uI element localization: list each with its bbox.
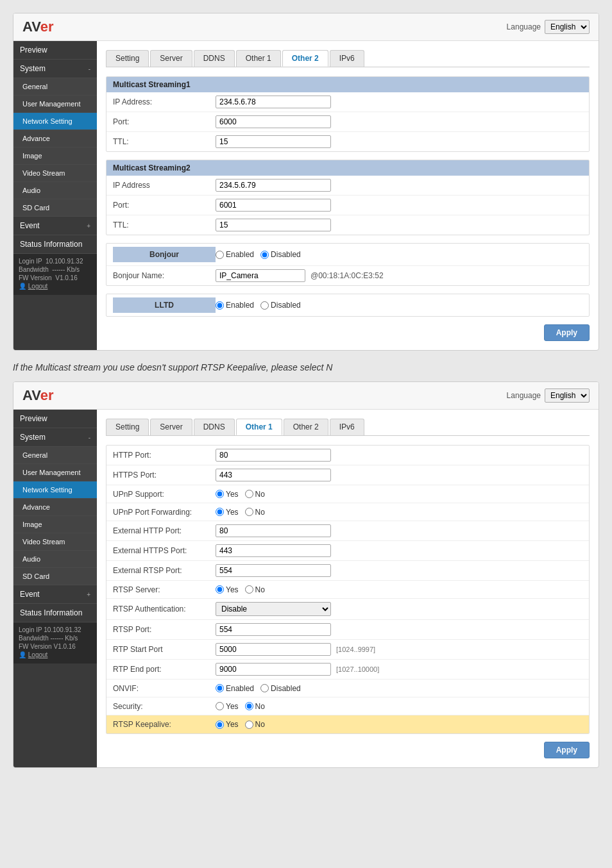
mc1-ip-row: IP Address: [106,92,589,112]
bonjour-enabled-label[interactable]: Enabled [216,250,254,259]
tabs-2: Setting Server DDNS Other 1 Other 2 IPv6 [106,419,590,436]
sidebar-item-image[interactable]: Image [13,147,97,165]
sidebar-item-audio[interactable]: Audio [13,182,97,199]
sidebar-1: Preview System - General User Management… [13,41,97,350]
sidebar-item-network-setting[interactable]: Network Setting [13,113,97,130]
rtsp-server-label: RTSP Server: [113,585,216,594]
tab2-setting[interactable]: Setting [106,419,149,435]
bandwidth-2: Bandwidth ------ Kb/s [19,635,92,642]
keepalive-yes-radio[interactable] [216,721,224,729]
sidebar-item-status-information[interactable]: Status Information [13,235,97,254]
sidebar-item-advance[interactable]: Advance [13,130,97,147]
ext-https-input[interactable] [216,544,331,557]
ext-rtsp-row: External RTSP Port: [106,561,589,581]
mc2-port-row: Port: [106,196,589,215]
rtp-start-input[interactable] [216,643,331,656]
sidebar2-item-audio[interactable]: Audio [13,551,97,568]
sidebar-item-video-stream[interactable]: Video Stream [13,165,97,182]
sidebar-item-general[interactable]: General [13,78,97,96]
sidebar2-item-event[interactable]: Event + [13,585,97,604]
rtp-start-row: RTP Start Port [1024..9997] [106,640,589,660]
mc2-ttl-label: TTL: [113,221,216,230]
mc1-ip-input[interactable] [216,96,331,108]
logout-button[interactable]: Logout [28,283,48,290]
sidebar-item-user-management[interactable]: User Management [13,96,97,113]
onvif-enabled-radio[interactable] [216,684,224,692]
tab2-other1[interactable]: Other 1 [236,419,282,435]
tab-other2[interactable]: Other 2 [282,50,328,67]
sidebar2-item-sd-card[interactable]: SD Card [13,568,97,585]
rtsp-keepalive-label: RTSP Keepalive: [113,720,216,729]
mc2-ip-input[interactable] [216,179,331,192]
ext-http-input[interactable] [216,524,331,537]
language-area: Language English [507,20,590,34]
sidebar-item-event[interactable]: Event + [13,217,97,235]
rtp-end-label: RTP End port: [113,665,216,674]
bonjour-name-input[interactable] [216,269,305,282]
tab2-ipv6[interactable]: IPv6 [330,419,364,435]
tab-ddns[interactable]: DDNS [194,50,235,67]
sidebar2-item-image[interactable]: Image [13,516,97,533]
mc2-port-input[interactable] [216,199,331,212]
multicast-1-header: Multicast Streaming1 [106,77,589,92]
rtspsvr-no-radio[interactable] [245,585,253,594]
sidebar-item-preview[interactable]: Preview [13,41,97,60]
security-no-radio[interactable] [245,702,253,710]
rtsp-port-row: RTSP Port: [106,620,589,640]
upnp-forward-label: UPnP Port Forwarding: [113,508,216,517]
tab-ipv6[interactable]: IPv6 [330,50,364,67]
security-yes-radio[interactable] [216,702,224,710]
rtspsvr-yes-radio[interactable] [216,585,224,594]
lltd-enabled-radio[interactable] [216,301,224,310]
tab2-server[interactable]: Server [150,419,192,435]
mc2-ttl-input[interactable] [216,219,331,231]
lltd-disabled-label[interactable]: Disabled [260,301,301,310]
apply-button-1[interactable]: Apply [544,324,590,341]
rtsp-auth-select[interactable]: Disable Basic Digest [216,602,331,616]
rtsp-port-input[interactable] [216,623,331,636]
logout-button-2[interactable]: Logout [28,651,48,658]
lltd-enabled-label[interactable]: Enabled [216,301,254,310]
https-port-input[interactable] [216,469,331,481]
apply-button-2[interactable]: Apply [544,742,590,758]
security-row: Security: Yes No [106,697,589,715]
sidebar2-item-advance[interactable]: Advance [13,499,97,516]
sidebar2-item-user-management[interactable]: User Management [13,464,97,481]
sidebar2-item-preview[interactable]: Preview [13,410,97,428]
bonjour-enabled-radio[interactable] [216,251,224,259]
ext-rtsp-input[interactable] [216,564,331,577]
sidebar2-item-status-info[interactable]: Status Information [13,604,97,622]
onvif-disabled-radio[interactable] [260,684,269,692]
tab-setting[interactable]: Setting [106,50,149,67]
ext-https-label: External HTTPS Port: [113,546,216,555]
upnp-no-radio[interactable] [245,490,253,498]
bonjour-mac: @00:18:1A:0C:E3:52 [310,271,384,280]
upnpfwd-yes-radio[interactable] [216,508,224,516]
language-select-2[interactable]: English [545,388,590,403]
rtp-end-input[interactable] [216,663,331,676]
sidebar-footer: Login IP 10.100.91.32 Bandwidth ------ K… [13,254,97,295]
upnp-yes-radio[interactable] [216,490,224,498]
tab-other1[interactable]: Other 1 [236,50,281,67]
mc1-port-input[interactable] [216,115,331,128]
bonjour-disabled-label[interactable]: Disabled [260,250,301,259]
sidebar2-item-system[interactable]: System - [13,428,97,447]
sidebar2-item-video-stream[interactable]: Video Stream [13,533,97,551]
http-port-input[interactable] [216,449,331,462]
upnpfwd-no-radio[interactable] [245,508,253,516]
tab2-ddns[interactable]: DDNS [194,419,235,435]
lltd-disabled-radio[interactable] [260,301,269,310]
mc1-ttl-input[interactable] [216,135,331,148]
sidebar-item-system[interactable]: System - [13,60,97,78]
keepalive-no-radio[interactable] [245,721,253,729]
bonjour-disabled-radio[interactable] [260,251,269,259]
tab2-other2[interactable]: Other 2 [284,419,328,435]
language-select[interactable]: English [545,20,590,34]
main-content-2: Setting Server DDNS Other 1 Other 2 IPv6… [97,410,599,767]
sidebar2-item-network-setting[interactable]: Network Setting [13,481,97,499]
sidebar-item-sd-card[interactable]: SD Card [13,199,97,217]
sidebar2-item-general[interactable]: General [13,447,97,464]
multicast-2-header: Multicast Streaming2 [106,160,589,176]
upnp-support-radio: Yes No [216,490,265,499]
tab-server[interactable]: Server [150,50,192,67]
